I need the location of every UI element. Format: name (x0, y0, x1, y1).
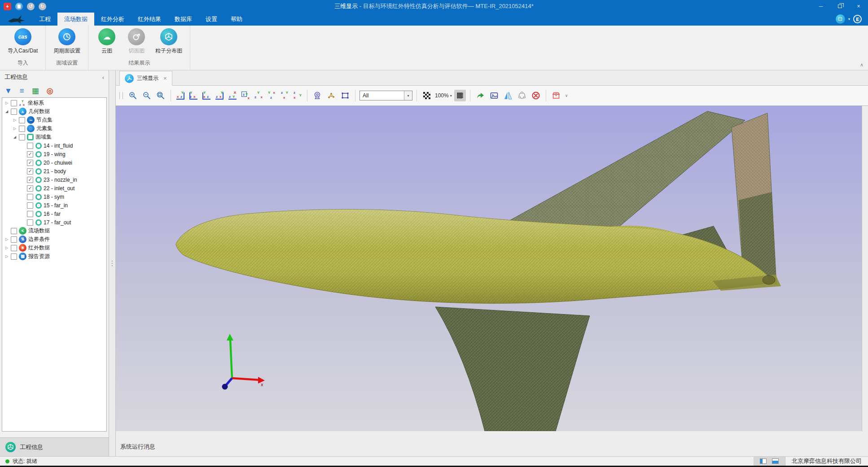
camera-view-button[interactable] (311, 90, 323, 101)
left-panel-toggle-icon[interactable] (760, 458, 767, 464)
checkbox[interactable] (27, 177, 33, 183)
close-button[interactable]: × (849, 0, 868, 13)
tree-item-node-set[interactable]: ▷ •-• 节点集 (2, 116, 106, 124)
checkbox[interactable] (27, 160, 33, 166)
tree-item-coordinate-system[interactable]: ▷ Yzx 坐标系 (2, 99, 106, 107)
menu-engineering[interactable]: 工程 (32, 13, 57, 26)
mirror-button[interactable] (502, 90, 514, 101)
locate-target-icon[interactable]: ◎ (47, 87, 53, 95)
tree-item-face[interactable]: 18 - sym (2, 192, 106, 201)
tree-item-flowfield-data[interactable]: < 流场数据 (2, 227, 106, 235)
view-iso-2-button[interactable]: Yxz (266, 90, 277, 101)
expand-arrow-icon[interactable]: ▷ (13, 127, 17, 131)
checkbox[interactable] (11, 236, 17, 243)
import-cas-dat-button[interactable]: cas 导入Cas/Dat (4, 28, 41, 57)
chevron-down-icon[interactable]: ▾ (404, 91, 412, 100)
zoom-fit-button[interactable] (155, 90, 167, 101)
checkbox[interactable] (27, 151, 33, 157)
bottom-panel-toggle-icon[interactable] (772, 458, 779, 464)
chevron-down-icon[interactable]: ▾ (848, 17, 850, 21)
minimize-button[interactable]: ─ (811, 0, 830, 13)
view-iso-3-button[interactable]: zYx (279, 90, 290, 101)
tree-item-face[interactable]: 19 - wing (2, 150, 106, 158)
chevron-down-icon[interactable]: ∨ (565, 93, 568, 98)
layout-panel-icon[interactable] (836, 14, 845, 24)
display-filter-select[interactable]: All ▾ (359, 91, 412, 100)
box-select-button[interactable] (339, 90, 351, 101)
undo-button[interactable]: ↺ (27, 3, 35, 10)
checkbox[interactable] (19, 126, 25, 132)
tree-item-infrared-data[interactable]: ▷ ☀ 红外数据 (2, 244, 106, 252)
tree-item-face[interactable]: 16 - far (2, 209, 106, 218)
view-back-button[interactable]: Yzx (188, 90, 199, 101)
grid-toggle-button[interactable] (454, 90, 466, 101)
view-top-button[interactable]: XzY (227, 90, 238, 101)
project-tree[interactable]: ▷ Yzx 坐标系 ◢ ▵ 几何数据 ▷ •-• 节点集 (2, 97, 107, 432)
manual-icon[interactable] (853, 15, 862, 23)
checkbox[interactable] (27, 202, 33, 209)
view-front-button[interactable]: Yxz (175, 90, 186, 101)
periodic-face-settings-button[interactable]: 周期面设置 (50, 28, 83, 57)
tree-item-face-set[interactable]: ◢ 面域集 (2, 133, 106, 141)
checkbox[interactable] (27, 143, 33, 149)
restore-button[interactable] (830, 0, 849, 13)
menu-database[interactable]: 数据库 (168, 13, 199, 26)
tree-item-report-resources[interactable]: ▷ ▤ 报告资源 (2, 252, 106, 261)
outline-list-icon[interactable]: ≡ (20, 87, 24, 95)
tree-item-boundary-conditions[interactable]: ▷ ⇅ 边界条件 (2, 235, 106, 244)
expand-arrow-icon[interactable]: ▷ (4, 246, 9, 250)
background-checker-button[interactable] (421, 90, 433, 101)
redo-button[interactable]: ↻ (39, 3, 46, 10)
expand-arrow-icon[interactable]: ◢ (4, 109, 9, 113)
checkbox[interactable] (11, 245, 17, 251)
expand-arrow-icon[interactable]: ◢ (13, 135, 17, 139)
tree-item-face[interactable]: 20 - chuiwei (2, 158, 106, 167)
menu-infrared-results[interactable]: 红外结果 (131, 13, 168, 26)
checkbox[interactable] (27, 219, 33, 226)
panel-splitter[interactable]: ⋮ (109, 70, 116, 456)
tab-close-icon[interactable]: × (163, 75, 167, 82)
contour-plot-button[interactable]: ☁ 云图 (93, 28, 121, 57)
filter-icon[interactable]: ▼ (4, 87, 12, 95)
checkbox[interactable] (11, 253, 17, 260)
expand-arrow-icon[interactable]: ▷ (13, 118, 17, 122)
checkbox[interactable] (11, 228, 17, 234)
expand-arrow-icon[interactable]: ▷ (4, 237, 9, 241)
grid-view-icon[interactable]: ▦ (32, 87, 39, 95)
view-bottom-button[interactable]: zYx (240, 90, 251, 101)
checkbox[interactable] (11, 100, 17, 106)
tree-item-element-set[interactable]: ▷ ◌ 元素集 (2, 124, 106, 133)
checkbox[interactable] (27, 194, 33, 200)
checkbox[interactable] (19, 117, 25, 123)
new-project-button[interactable]: + (4, 3, 11, 10)
tree-item-face[interactable]: 22 - inlet_out (2, 184, 106, 192)
particles-display-button[interactable] (325, 90, 337, 101)
particle-distribution-button[interactable]: 粒子分布图 (152, 28, 185, 57)
new-file-button[interactable] (15, 3, 23, 10)
checkbox[interactable] (19, 134, 25, 140)
snapshot-button[interactable] (488, 90, 500, 101)
tree-item-geometry-data[interactable]: ◢ ▵ 几何数据 (2, 107, 106, 116)
project-info-side-tab[interactable]: 工程信息 (0, 437, 109, 456)
expand-arrow-icon[interactable]: ▷ (4, 254, 9, 258)
view-iso-4-button[interactable]: zxY (292, 90, 303, 101)
panel-collapse-icon[interactable]: ‹ (102, 74, 104, 81)
toolbar-drag-handle[interactable] (119, 92, 123, 99)
menu-help[interactable]: 帮助 (224, 13, 249, 26)
menu-flowfield-data[interactable]: 流场数据 (57, 13, 94, 26)
package-export-button[interactable] (550, 90, 562, 101)
checkbox[interactable] (11, 109, 17, 115)
checkbox[interactable] (27, 185, 33, 192)
ribbon-collapse-chevron-icon[interactable]: ∧ (860, 62, 864, 68)
checkbox[interactable] (27, 168, 33, 175)
tree-item-face[interactable]: 15 - far_in (2, 201, 106, 209)
view-right-button[interactable]: Yzx (214, 90, 225, 101)
tree-item-face[interactable]: 21 - body (2, 167, 106, 175)
zoom-level-dropdown[interactable]: 100% ▾ (435, 92, 452, 99)
tree-item-face[interactable]: 23 - nozzle_in (2, 175, 106, 184)
tree-item-face[interactable]: 17 - far_out (2, 218, 106, 227)
menu-settings[interactable]: 设置 (199, 13, 224, 26)
tree-item-face[interactable]: 14 - int_fluid (2, 141, 106, 150)
cancel-button[interactable] (530, 90, 542, 101)
view-left-button[interactable]: Yxz (201, 90, 212, 101)
